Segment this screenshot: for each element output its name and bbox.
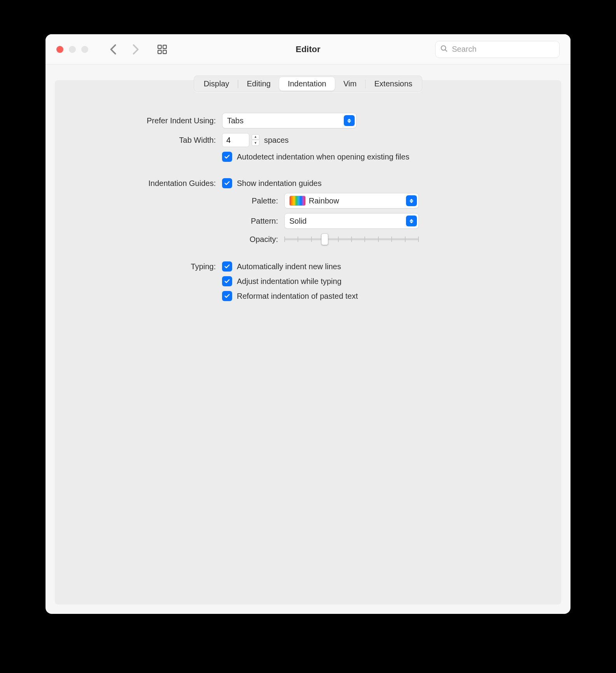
show-all-button[interactable] bbox=[153, 40, 172, 59]
slider-thumb[interactable] bbox=[321, 233, 328, 245]
tab-extensions[interactable]: Extensions bbox=[366, 77, 421, 91]
chevron-updown-icon bbox=[406, 195, 417, 206]
pattern-select[interactable]: Solid bbox=[284, 213, 419, 229]
svg-rect-1 bbox=[163, 45, 166, 49]
search-icon bbox=[440, 45, 448, 54]
opacity-label: Opacity: bbox=[55, 235, 284, 244]
tab-width-input[interactable] bbox=[222, 133, 249, 147]
auto-indent-checkbox[interactable] bbox=[222, 261, 232, 272]
search-input[interactable] bbox=[452, 45, 555, 54]
tab-bar: Display Editing Indentation Vim Extensio… bbox=[194, 75, 423, 92]
tab-vim[interactable]: Vim bbox=[335, 77, 365, 91]
close-button[interactable] bbox=[56, 46, 63, 53]
show-guides-label: Show indentation guides bbox=[237, 179, 322, 188]
forward-button[interactable] bbox=[126, 40, 145, 59]
svg-point-4 bbox=[441, 46, 446, 50]
adjust-while-typing-checkbox[interactable] bbox=[222, 276, 232, 286]
zoom-button[interactable] bbox=[81, 46, 88, 53]
tab-indentation[interactable]: Indentation bbox=[279, 77, 335, 91]
palette-select[interactable]: Rainbow bbox=[284, 193, 419, 209]
tab-width-unit: spaces bbox=[264, 136, 289, 145]
stepper-down[interactable]: ▼ bbox=[252, 140, 259, 146]
palette-label: Palette: bbox=[55, 196, 284, 205]
pattern-value: Solid bbox=[289, 217, 406, 226]
guides-label: Indentation Guides: bbox=[55, 179, 222, 188]
chevron-updown-icon bbox=[406, 216, 417, 226]
tab-width-label: Tab Width: bbox=[55, 136, 222, 145]
auto-indent-label: Automatically indent new lines bbox=[237, 262, 341, 271]
tab-width-stepper[interactable]: ▲ ▼ bbox=[252, 134, 259, 146]
window-title: Editor bbox=[296, 44, 320, 54]
opacity-slider[interactable] bbox=[284, 233, 419, 245]
typing-label: Typing: bbox=[55, 262, 222, 271]
svg-rect-0 bbox=[158, 45, 161, 49]
autodetect-label: Autodetect indentation when opening exis… bbox=[237, 152, 410, 161]
back-button[interactable] bbox=[104, 40, 122, 59]
reformat-pasted-label: Reformat indentation of pasted text bbox=[237, 292, 358, 301]
svg-rect-3 bbox=[163, 50, 166, 54]
autodetect-checkbox[interactable] bbox=[222, 152, 232, 162]
adjust-while-typing-label: Adjust indentation while typing bbox=[237, 277, 341, 286]
minimize-button[interactable] bbox=[69, 46, 76, 53]
reformat-pasted-checkbox[interactable] bbox=[222, 291, 232, 301]
svg-line-5 bbox=[445, 49, 447, 51]
search-field[interactable] bbox=[435, 41, 560, 58]
prefer-indent-value: Tabs bbox=[227, 116, 344, 125]
tab-editing[interactable]: Editing bbox=[238, 77, 279, 91]
titlebar: Editor bbox=[46, 34, 570, 65]
chevron-updown-icon bbox=[344, 115, 355, 126]
palette-value: Rainbow bbox=[309, 196, 406, 205]
settings-panel: Display Editing Indentation Vim Extensio… bbox=[55, 80, 561, 605]
tab-display[interactable]: Display bbox=[195, 77, 238, 91]
traffic-lights bbox=[56, 46, 88, 53]
show-guides-checkbox[interactable] bbox=[222, 178, 232, 188]
prefer-indent-label: Prefer Indent Using: bbox=[55, 116, 222, 125]
pattern-label: Pattern: bbox=[55, 217, 284, 226]
rainbow-icon bbox=[289, 196, 306, 206]
preferences-window: Editor Display Editing Indentation Vim E… bbox=[46, 34, 570, 614]
stepper-up[interactable]: ▲ bbox=[252, 134, 259, 140]
prefer-indent-select[interactable]: Tabs bbox=[222, 113, 357, 128]
svg-rect-2 bbox=[158, 50, 161, 54]
